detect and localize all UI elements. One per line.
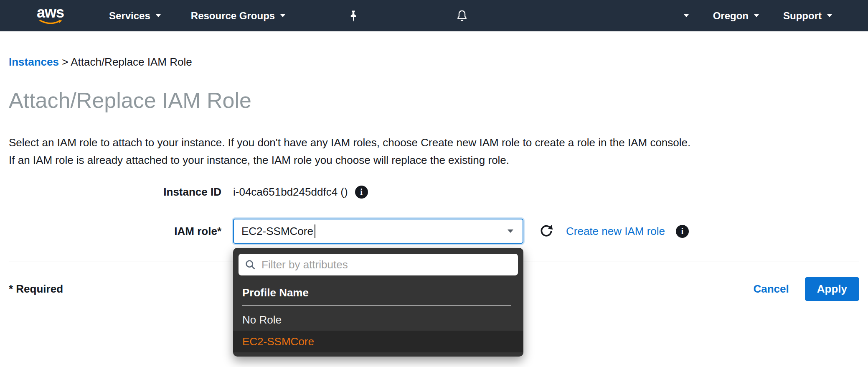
- instance-id-row: Instance ID i-04ca651bd245ddfc4 (): [9, 186, 859, 199]
- chevron-down-icon: [156, 14, 161, 17]
- search-icon: [244, 259, 256, 270]
- breadcrumb-current: Attach/Replace IAM Role: [71, 56, 192, 68]
- description-line-1: Select an IAM role to attach to your ins…: [9, 134, 859, 151]
- iam-role-combobox[interactable]: EC2-SSMCore: [233, 219, 523, 244]
- title-divider: [9, 116, 859, 116]
- nav-region-menu[interactable]: Oregon: [713, 10, 759, 22]
- dropdown-option-ec2-ssmcore[interactable]: EC2-SSMCore: [233, 331, 523, 352]
- iam-role-label: IAM role*: [9, 225, 221, 238]
- required-note: * Required: [9, 283, 63, 296]
- page-description: Select an IAM role to attach to your ins…: [9, 134, 859, 169]
- footer-buttons: Cancel Apply: [754, 277, 860, 301]
- breadcrumb-separator: >: [62, 56, 68, 68]
- dropdown-column-header: Profile Name: [242, 275, 511, 306]
- top-nav: aws Services Resource Groups Oregon: [0, 0, 868, 31]
- cancel-button[interactable]: Cancel: [754, 283, 789, 296]
- dropdown-filter-box[interactable]: [239, 254, 518, 275]
- attach-role-form: Instance ID i-04ca651bd245ddfc4 () IAM r…: [9, 186, 859, 244]
- nav-account-menu[interactable]: [684, 14, 689, 17]
- nav-right-group: Oregon Support: [684, 10, 868, 22]
- combobox-caret-icon[interactable]: [508, 229, 513, 233]
- chevron-down-icon: [280, 14, 285, 17]
- apply-button[interactable]: Apply: [805, 277, 859, 301]
- dropdown-filter-input[interactable]: [261, 258, 512, 271]
- info-icon[interactable]: [676, 225, 689, 238]
- instance-id-control: i-04ca651bd245ddfc4 (): [233, 186, 368, 199]
- breadcrumb: Instances > Attach/Replace IAM Role: [9, 56, 859, 69]
- nav-resource-groups-menu[interactable]: Resource Groups: [191, 10, 285, 22]
- dropdown-option-no-role[interactable]: No Role: [233, 309, 523, 331]
- nav-support-label: Support: [783, 10, 822, 22]
- refresh-roles-button[interactable]: [539, 224, 553, 238]
- pushpin-icon: [348, 10, 359, 22]
- aws-logo[interactable]: aws: [37, 6, 64, 26]
- chevron-down-icon: [684, 14, 689, 17]
- chevron-down-icon: [827, 14, 832, 17]
- nav-services-menu[interactable]: Services: [109, 10, 161, 22]
- aws-logo-text: aws: [37, 6, 64, 19]
- main-content: Instances > Attach/Replace IAM Role Atta…: [0, 56, 868, 301]
- option-label: No Role: [242, 313, 282, 326]
- iam-role-dropdown-panel: Profile Name No Role EC2-SSMCore: [233, 248, 523, 357]
- instance-id-label: Instance ID: [9, 186, 221, 199]
- nav-support-menu[interactable]: Support: [783, 10, 832, 22]
- refresh-icon: [539, 224, 553, 238]
- aws-smile-icon: [39, 19, 62, 26]
- bell-icon: [455, 9, 469, 23]
- page-title: Attach/Replace IAM Role: [9, 89, 859, 111]
- chevron-down-icon: [754, 14, 759, 17]
- pin-shortcut-button[interactable]: [348, 10, 359, 22]
- text-cursor: [315, 224, 315, 238]
- nav-resource-groups-label: Resource Groups: [191, 10, 275, 22]
- breadcrumb-instances-link[interactable]: Instances: [9, 56, 59, 68]
- nav-region-label: Oregon: [713, 10, 749, 22]
- instance-id-value: i-04ca651bd245ddfc4 (): [233, 186, 348, 199]
- nav-services-label: Services: [109, 10, 150, 22]
- dropdown-options-list: No Role EC2-SSMCore: [233, 309, 523, 352]
- iam-role-value-text: EC2-SSMCore: [241, 225, 313, 238]
- iam-role-control: EC2-SSMCore Create new IAM role: [233, 219, 689, 244]
- notifications-button[interactable]: [455, 9, 469, 23]
- create-new-iam-role-link[interactable]: Create new IAM role: [566, 225, 665, 238]
- option-label: EC2-SSMCore: [242, 335, 314, 348]
- iam-role-row: IAM role* EC2-SSMCore Create new IAM rol: [9, 219, 859, 244]
- description-line-2: If an IAM role is already attached to yo…: [9, 151, 859, 169]
- info-icon[interactable]: [355, 186, 368, 199]
- iam-role-combobox-value[interactable]: EC2-SSMCore: [234, 224, 508, 238]
